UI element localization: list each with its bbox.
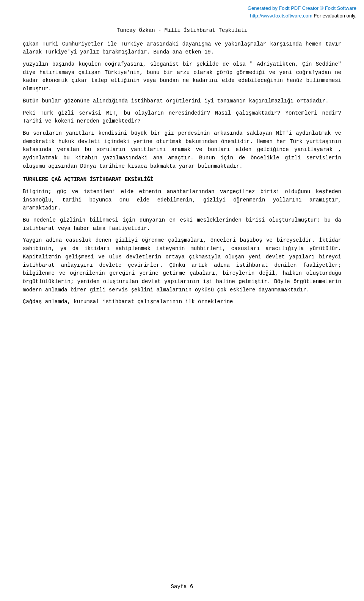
foxit-line1: Generated by Foxit PDF Creator © Foxit S… bbox=[248, 5, 356, 12]
header-banner: Generated by Foxit PDF Creator © Foxit S… bbox=[248, 5, 356, 19]
paragraph-3: Bütün bunlar gözönüne alındığında istihb… bbox=[23, 97, 341, 105]
paragraph-5: Bu soruların yanıtları kendisini büyük b… bbox=[23, 129, 341, 170]
page-number: Sayfa 6 bbox=[171, 584, 193, 590]
page-footer: Sayfa 6 bbox=[0, 584, 364, 590]
section-heading: TÜRKLERE ÇAĞ AÇTIRAN İSTİHBARAT EKSİKLİĞ… bbox=[23, 176, 341, 184]
page-title: Tuncay Özkan - Milli İstihbarat Teşkilat… bbox=[117, 27, 247, 33]
paragraph-1: çıkan Türki Cumhuriyetler ile Türkiye ar… bbox=[23, 40, 341, 57]
page-title-block: Tuncay Özkan - Milli İstihbarat Teşkilat… bbox=[23, 27, 341, 35]
paragraph-9: Çağdaş anlamda, kurumsal istihbarat çalı… bbox=[23, 298, 341, 306]
paragraph-6: Bilginin; güç ve istenileni elde etmenin… bbox=[23, 188, 341, 212]
foxit-url: http://www.foxitsoftware.com bbox=[250, 13, 312, 19]
foxit-eval: For evaluation only. bbox=[312, 13, 356, 19]
paragraph-8: Yaygın adına casusluk denen gizliyi öğre… bbox=[23, 236, 341, 294]
foxit-line2: http://www.foxitsoftware.com For evaluat… bbox=[248, 12, 356, 20]
paragraph-4: Peki Türk gizli servisi MİT, bu olayları… bbox=[23, 109, 341, 126]
main-content: Tuncay Özkan - Milli İstihbarat Teşkilat… bbox=[23, 27, 341, 306]
paragraph-2: yüzyılın başında küçülen coğrafyasını, s… bbox=[23, 60, 341, 93]
paragraph-7: Bu nedenle gizlinin bilinmesi için dünya… bbox=[23, 216, 341, 233]
